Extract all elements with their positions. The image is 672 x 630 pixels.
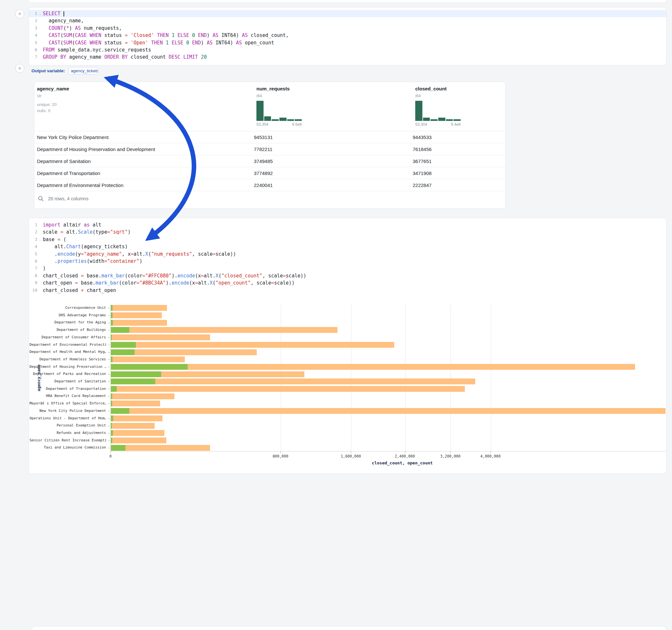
y-tick xyxy=(108,448,110,448)
bar-open-count xyxy=(111,349,135,355)
bar-open-count xyxy=(111,371,161,377)
column-histogram xyxy=(257,101,302,121)
x-tick-label: 800,000 xyxy=(273,454,288,459)
code-line: 9chart_open = base.mark_bar(color="#8BC3… xyxy=(29,280,666,287)
table-cell: Department of Sanitation xyxy=(34,159,254,164)
histogram-bar xyxy=(446,119,453,121)
code-text: import altair as alt xyxy=(43,221,101,228)
table-row[interactable]: Department of Sanitation37494853677651 xyxy=(34,155,505,167)
histogram-max: 9.5e6 xyxy=(292,122,302,127)
x-tick-label: 4,000,000 xyxy=(480,454,501,459)
histogram-bar xyxy=(431,119,438,121)
bar-closed-count xyxy=(111,379,475,384)
add-cell-button[interactable]: + xyxy=(15,64,24,73)
bar-closed-count xyxy=(111,423,154,429)
histogram-bar xyxy=(257,101,264,121)
column-header-num-requests[interactable]: num_requests i64 53,304 9.5e6 xyxy=(257,82,302,127)
bar-open-count xyxy=(111,437,112,443)
y-axis-label: Department for the Aging xyxy=(29,319,106,326)
y-tick xyxy=(108,359,110,360)
table-cell: 9453131 xyxy=(254,135,413,140)
table-cell: Department of Environmental Protection xyxy=(34,183,254,188)
plus-icon: + xyxy=(18,65,22,72)
y-axis-label: Department of Consumer Affairs xyxy=(29,334,106,341)
y-axis-label: Personal Exemption Unit xyxy=(29,422,106,429)
y-tick xyxy=(108,396,110,397)
bar-open-count xyxy=(111,386,117,392)
python-code-cell[interactable]: 1import altair as alt2scale = alt.Scale(… xyxy=(28,218,667,474)
table-row[interactable]: Department of Transportation377489234719… xyxy=(34,167,505,179)
code-line: 4 CAST(SUM(CASE WHEN status = 'Closed' T… xyxy=(29,32,666,39)
column-type: i64 xyxy=(257,93,302,98)
bar-closed-count xyxy=(111,393,174,399)
line-number: 8 xyxy=(29,272,37,280)
histogram-bar xyxy=(287,119,294,121)
gridline xyxy=(351,304,352,451)
y-axis-label: Department of Transportation xyxy=(29,385,106,393)
code-text: CAST(SUM(CASE WHEN status = 'Closed' THE… xyxy=(43,32,289,39)
histogram-min: 53,304 xyxy=(257,122,268,127)
code-text: base = ( xyxy=(43,236,66,243)
column-histogram xyxy=(415,101,461,121)
histogram-range-labels: 53,304 9.4e6 xyxy=(415,122,461,127)
table-row[interactable]: Department of Housing Preservation and D… xyxy=(34,143,505,155)
code-text: GROUP BY agency_name ORDER BY closed_cou… xyxy=(43,53,207,60)
bar-closed-count xyxy=(111,430,164,436)
y-tick xyxy=(108,315,110,316)
bar-open-count xyxy=(111,312,113,318)
y-axis-label: Operations Unit - Department of Hom… xyxy=(29,415,106,422)
bar-closed-count xyxy=(111,364,635,370)
bar-open-count xyxy=(111,320,113,326)
add-cell-button[interactable]: + xyxy=(15,9,24,19)
code-line: 1⌄SELECT xyxy=(29,10,666,17)
table-row[interactable]: Department of Environmental Protection22… xyxy=(34,179,505,191)
table-row[interactable]: New York City Police Department945313194… xyxy=(34,131,505,143)
table-cell: New York City Police Department xyxy=(34,135,254,140)
column-null-count: nulls: 0 xyxy=(37,108,69,113)
column-header-agency-name[interactable]: agency_name str unique: 20 nulls: 0 xyxy=(37,82,69,113)
line-number: 1 xyxy=(29,10,37,17)
histogram-bar xyxy=(264,116,271,121)
python-code-editor[interactable]: 1import altair as alt2scale = alt.Scale(… xyxy=(29,221,666,294)
previous-cell-fragment xyxy=(28,0,667,3)
code-line: 3⌄base = ( xyxy=(29,236,666,243)
column-unique-count: unique: 20 xyxy=(37,102,69,107)
y-axis-label: Department of Buildings xyxy=(29,326,106,334)
chart-y-axis-labels: Correspondence UnitDHS Advantage Program… xyxy=(29,304,111,452)
fold-chevron-icon[interactable]: ⌄ xyxy=(37,10,43,17)
y-axis-label: Refunds and Adjustments xyxy=(29,429,106,437)
histogram-range-labels: 53,304 9.5e6 xyxy=(257,122,302,127)
code-text: ) xyxy=(43,265,46,272)
column-header-closed-count[interactable]: closed_count i64 53,304 9.4e6 xyxy=(415,82,461,127)
y-axis-label: Correspondence Unit xyxy=(29,304,106,312)
code-line: 2 agency_name, xyxy=(29,17,666,24)
x-tick-label: 2,400,000 xyxy=(395,454,415,459)
table-cell: 2240041 xyxy=(254,183,413,188)
bar-closed-count xyxy=(111,415,162,421)
x-tick-label: 0 xyxy=(110,454,112,459)
chart-x-axis: 0800,0001,600,0002,400,0003,200,0004,000… xyxy=(111,452,666,459)
fold-chevron-icon[interactable]: ⌄ xyxy=(37,236,43,243)
bar-open-count xyxy=(111,327,129,333)
histogram-bar xyxy=(454,119,461,121)
bar-open-count xyxy=(111,342,136,348)
x-tick-label: 3,200,000 xyxy=(440,454,460,459)
code-text: alt.Chart(agency_tickets) xyxy=(43,243,128,250)
y-tick xyxy=(108,330,110,330)
table-cell: Department of Housing Preservation and D… xyxy=(34,146,254,152)
table-cell: 3677651 xyxy=(413,159,505,164)
line-number: 7 xyxy=(29,265,37,272)
line-number: 2 xyxy=(29,17,37,24)
line-number: 1 xyxy=(29,221,37,228)
search-icon[interactable] xyxy=(38,195,44,202)
column-type: str xyxy=(37,93,69,98)
code-text: .encode(y="agency_name", x=alt.X("num_re… xyxy=(43,250,236,258)
y-tick xyxy=(108,345,110,345)
next-cell-fragment xyxy=(32,626,667,630)
table-row-count: 20 rows, 4 columns xyxy=(48,196,89,201)
sql-code-editor[interactable]: 1⌄SELECT 2 agency_name,3 COUNT(*) AS num… xyxy=(29,10,666,61)
sql-code-cell[interactable]: 1⌄SELECT 2 agency_name,3 COUNT(*) AS num… xyxy=(28,7,667,66)
output-variable-chip[interactable]: agency_tickets xyxy=(68,67,98,75)
bar-closed-count xyxy=(111,357,185,362)
y-tick xyxy=(108,440,110,441)
